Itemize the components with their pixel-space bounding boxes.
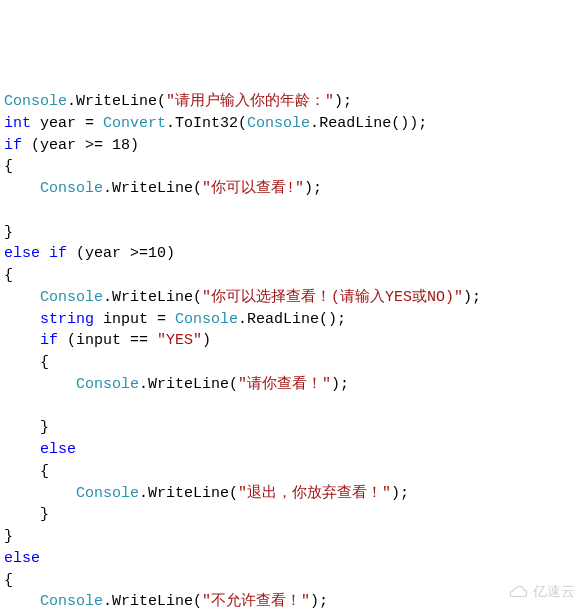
token-punct: } [4, 224, 13, 241]
code-line: } [4, 526, 579, 548]
token-ident: year = [31, 115, 103, 132]
token-ident: ReadLine [247, 311, 319, 328]
code-line [4, 396, 579, 418]
token-type: Console [247, 115, 310, 132]
token-punct: ( [157, 93, 166, 110]
token-type: Console [4, 93, 67, 110]
token-punct: } [40, 419, 49, 436]
code-block: Console.WriteLine("请用户输入你的年龄：");int year… [4, 91, 579, 609]
token-str: "请你查看！" [238, 376, 331, 393]
token-type: Console [76, 376, 139, 393]
token-ident: (year >= 18) [22, 137, 139, 154]
code-line: { [4, 156, 579, 178]
token-punct: ) [202, 332, 211, 349]
code-line: Console.WriteLine("退出，你放弃查看！"); [4, 483, 579, 505]
token-type: Console [40, 593, 103, 609]
token-punct: ( [229, 376, 238, 393]
code-line: else [4, 548, 579, 570]
token-punct: . [166, 115, 175, 132]
code-line: Console.WriteLine("请用户输入你的年龄："); [4, 91, 579, 113]
token-punct: ( [193, 289, 202, 306]
token-ident: ToInt32 [175, 115, 238, 132]
token-punct: ( [193, 180, 202, 197]
token-punct: ); [391, 485, 409, 502]
code-line: Console.WriteLine("请你查看！"); [4, 374, 579, 396]
code-line: else if (year >=10) [4, 243, 579, 265]
token-punct: ()); [391, 115, 427, 132]
code-line: int year = Convert.ToInt32(Console.ReadL… [4, 113, 579, 135]
token-punct: (); [319, 311, 346, 328]
token-punct: . [139, 376, 148, 393]
token-punct: ); [463, 289, 481, 306]
token-ident: input = [94, 311, 175, 328]
token-kw: else if [4, 245, 67, 262]
code-line: { [4, 352, 579, 374]
token-punct: . [310, 115, 319, 132]
token-punct: { [4, 572, 13, 589]
token-punct: } [40, 506, 49, 523]
token-punct: . [139, 485, 148, 502]
code-line: { [4, 570, 579, 592]
code-line: } [4, 504, 579, 526]
code-line: { [4, 265, 579, 287]
token-punct: ( [238, 115, 247, 132]
token-ident: WriteLine [76, 93, 157, 110]
token-kw: if [4, 137, 22, 154]
token-punct: . [103, 593, 112, 609]
token-punct: { [4, 267, 13, 284]
token-kw: int [4, 115, 31, 132]
code-line: if (input == "YES") [4, 330, 579, 352]
token-str: "不允许查看！" [202, 593, 310, 609]
code-line: if (year >= 18) [4, 135, 579, 157]
token-punct: { [40, 354, 49, 371]
code-line: string input = Console.ReadLine(); [4, 309, 579, 331]
token-type: Convert [103, 115, 166, 132]
token-ident: WriteLine [112, 593, 193, 609]
token-str: "退出，你放弃查看！" [238, 485, 391, 502]
token-type: Console [175, 311, 238, 328]
token-kw: else [40, 441, 76, 458]
token-ident: WriteLine [148, 376, 229, 393]
token-ident: WriteLine [112, 180, 193, 197]
token-ident: WriteLine [112, 289, 193, 306]
token-ident: WriteLine [148, 485, 229, 502]
token-punct: ( [193, 593, 202, 609]
token-punct: . [238, 311, 247, 328]
token-punct: ); [331, 376, 349, 393]
code-line: else [4, 439, 579, 461]
code-line: Console.WriteLine("不允许查看！"); [4, 591, 579, 609]
code-line: Console.WriteLine("你可以查看!"); [4, 178, 579, 200]
token-punct: ( [229, 485, 238, 502]
token-punct: . [67, 93, 76, 110]
token-str: "YES" [157, 332, 202, 349]
token-str: "你可以查看!" [202, 180, 304, 197]
token-type: Console [40, 180, 103, 197]
token-type: Console [76, 485, 139, 502]
code-line: } [4, 417, 579, 439]
token-punct: ); [334, 93, 352, 110]
token-punct: { [40, 463, 49, 480]
token-ident: ReadLine [319, 115, 391, 132]
code-line [4, 200, 579, 222]
token-punct: . [103, 180, 112, 197]
code-line: Console.WriteLine("你可以选择查看！(请输入YES或NO)")… [4, 287, 579, 309]
code-line: } [4, 222, 579, 244]
token-punct: ); [310, 593, 328, 609]
token-ident: (year >=10) [67, 245, 175, 262]
token-punct: { [4, 158, 13, 175]
token-type: Console [40, 289, 103, 306]
token-punct: } [4, 528, 13, 545]
code-line: { [4, 461, 579, 483]
token-kw: string [40, 311, 94, 328]
token-punct: . [103, 289, 112, 306]
token-kw: else [4, 550, 40, 567]
token-kw: if [40, 332, 58, 349]
token-str: "你可以选择查看！(请输入YES或NO)" [202, 289, 463, 306]
token-ident: (input == [58, 332, 157, 349]
token-punct: ); [304, 180, 322, 197]
token-str: "请用户输入你的年龄：" [166, 93, 334, 110]
